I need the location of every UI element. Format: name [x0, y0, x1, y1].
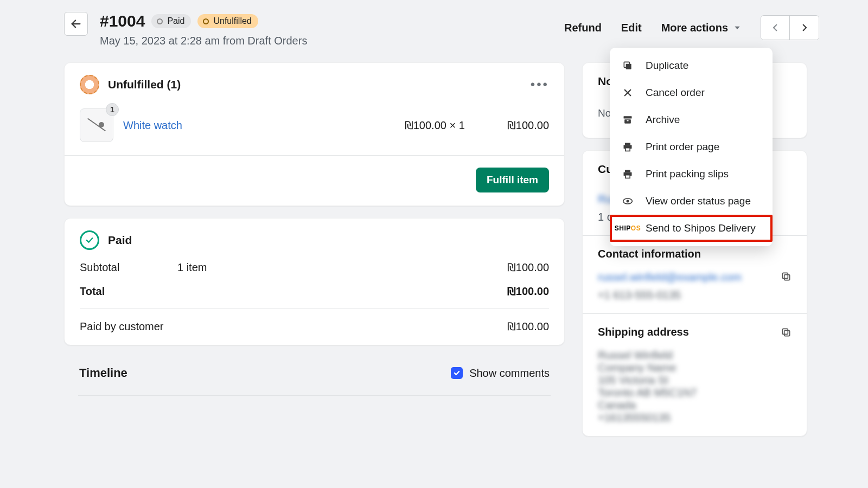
ship-line: Company Name: [598, 362, 792, 374]
duplicate-icon: [622, 60, 634, 71]
refund-button[interactable]: Refund: [564, 22, 602, 34]
contact-email[interactable]: russel.winfield@example.com: [598, 271, 792, 284]
svg-rect-14: [626, 175, 630, 178]
close-icon: [622, 88, 634, 98]
title-block: #1004 Paid Unfulfilled May 15, 2023 at 2…: [100, 12, 552, 47]
menu-send-shipos[interactable]: SHIPOS Send to Shipos Delivery: [610, 215, 773, 242]
show-comments-toggle[interactable]: Show comments: [451, 367, 550, 380]
line-item: 1 White watch ₪100.00 × 1 ₪100.00: [65, 98, 564, 155]
more-actions-label: More actions: [661, 22, 728, 34]
unfulfilled-badge: Unfulfilled: [197, 14, 258, 28]
unfulfilled-badge-label: Unfulfilled: [213, 16, 251, 26]
shipping-title: Shipping address: [598, 326, 689, 338]
menu-duplicate-label: Duplicate: [646, 60, 688, 72]
ship-line: Toronto AB M5C1N7: [598, 387, 792, 399]
checkbox-checked-icon: [451, 367, 463, 379]
unit-price: ₪100.00 × 1: [405, 119, 465, 132]
fulfillment-card: Unfulfilled (1) ••• 1 White watch ₪100.0…: [64, 62, 565, 206]
subtotal-qty: 1 item: [177, 261, 275, 274]
order-header: #1004 Paid Unfulfilled May 15, 2023 at 2…: [64, 12, 819, 47]
next-order-button[interactable]: [790, 16, 819, 40]
menu-print-order[interactable]: Print order page: [610, 133, 773, 160]
show-comments-label: Show comments: [469, 367, 550, 380]
product-link[interactable]: White watch: [123, 119, 182, 132]
header-actions: Refund Edit More actions: [564, 12, 819, 40]
shipos-logo-icon: SHIPOS: [622, 224, 634, 232]
svg-rect-20: [782, 329, 788, 334]
line-total: ₪100.00: [507, 119, 549, 132]
contact-phone: +1 613-555-0135: [598, 289, 792, 301]
more-actions-menu: Duplicate Cancel order Archive Print ord…: [610, 48, 773, 246]
total-amount: ₪100.00: [275, 285, 549, 298]
timeline-section: Timeline Show comments: [64, 357, 565, 396]
eye-icon: [622, 196, 634, 207]
total-label: Total: [80, 285, 177, 298]
timeline-title: Timeline: [79, 366, 127, 380]
caret-down-icon: [733, 24, 741, 31]
paid-by-amount: ₪100.00: [318, 320, 549, 333]
menu-print-packing-label: Print packing slips: [646, 168, 729, 180]
more-actions-button[interactable]: More actions: [661, 22, 741, 34]
menu-send-shipos-label: Send to Shipos Delivery: [646, 222, 756, 234]
svg-marker-1: [735, 27, 739, 29]
menu-print-order-label: Print order page: [646, 141, 719, 153]
chevron-right-icon: [800, 23, 809, 33]
menu-cancel-label: Cancel order: [646, 87, 705, 99]
unfulfilled-icon: [80, 75, 99, 94]
printer-icon: [622, 169, 634, 179]
order-meta: May 15, 2023 at 2:28 am from Draft Order…: [100, 35, 552, 47]
menu-view-status-label: View order status page: [646, 195, 751, 207]
ship-line: Russel Winfield: [598, 349, 792, 362]
menu-archive-label: Archive: [646, 114, 680, 126]
fulfill-item-button[interactable]: Fulfill item: [476, 168, 549, 192]
back-button[interactable]: [64, 12, 88, 36]
fulfillment-menu-button[interactable]: •••: [531, 77, 549, 92]
chevron-left-icon: [770, 23, 780, 33]
svg-rect-19: [784, 331, 790, 336]
paid-icon: [80, 230, 99, 250]
menu-cancel-order[interactable]: Cancel order: [610, 79, 773, 106]
paid-badge: Paid: [151, 14, 191, 28]
menu-print-packing[interactable]: Print packing slips: [610, 160, 773, 188]
ship-line: 105 Victoria St: [598, 374, 792, 387]
ship-line: +16135550135: [598, 412, 792, 424]
arrow-left-icon: [70, 18, 82, 30]
menu-archive[interactable]: Archive: [610, 106, 773, 133]
subtotal-label: Subtotal: [80, 261, 177, 274]
fulfillment-title: Unfulfilled (1): [108, 78, 181, 91]
order-pager: [761, 15, 819, 40]
svg-rect-8: [627, 120, 628, 121]
paid-by-label: Paid by customer: [80, 320, 221, 333]
menu-duplicate[interactable]: Duplicate: [610, 52, 773, 79]
svg-rect-7: [624, 119, 631, 124]
contact-info-title: Contact information: [598, 248, 701, 260]
item-qty-badge: 1: [106, 103, 119, 116]
svg-rect-11: [626, 148, 630, 151]
payment-card: Paid Subtotal 1 item ₪100.00 Total ₪100.…: [64, 218, 565, 345]
svg-rect-6: [624, 116, 632, 118]
status-dot-icon: [203, 18, 209, 24]
subtotal-amount: ₪100.00: [275, 261, 549, 274]
ship-line: Canada: [598, 399, 792, 412]
menu-view-status[interactable]: View order status page: [610, 188, 773, 215]
svg-rect-9: [625, 143, 630, 145]
svg-point-16: [627, 200, 629, 203]
prev-order-button[interactable]: [761, 16, 790, 40]
paid-badge-label: Paid: [167, 16, 184, 26]
copy-button[interactable]: [781, 327, 792, 338]
printer-icon: [622, 142, 634, 152]
svg-rect-2: [626, 64, 631, 69]
svg-rect-12: [625, 170, 630, 172]
payment-title: Paid: [108, 234, 132, 247]
status-dot-icon: [157, 18, 163, 24]
order-id: #1004: [100, 12, 145, 30]
archive-icon: [622, 114, 634, 125]
edit-button[interactable]: Edit: [621, 22, 642, 34]
